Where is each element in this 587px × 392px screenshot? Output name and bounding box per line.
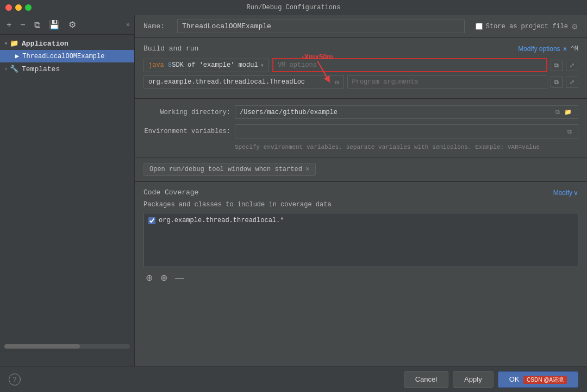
window-controls: [5, 4, 32, 11]
minimize-button[interactable]: [15, 4, 22, 11]
chevron-down-icon: ▾: [260, 61, 264, 69]
sidebar-item-label: ThreadLocalOOMExample: [22, 53, 104, 60]
title-bar: Run/Debug Configurations: [0, 0, 587, 15]
coverage-title: Code Coverage: [143, 188, 198, 197]
application-group-label: Application: [22, 40, 68, 48]
name-input[interactable]: [177, 20, 465, 33]
run-config-icon: ▶: [15, 52, 19, 60]
sidebar-group-application[interactable]: ▾ 📁 Application: [0, 37, 134, 50]
code-coverage-section: Code Coverage Modify ∨ Packages and clas…: [135, 182, 587, 366]
modify-options-label: Modify options: [518, 45, 560, 53]
build-run-title: Build and run: [143, 45, 198, 53]
coverage-modify-button[interactable]: Modify ∨: [553, 189, 578, 197]
add-config-button[interactable]: +: [4, 19, 14, 31]
prog-args-copy-button[interactable]: ⧉: [551, 77, 563, 88]
main-container: + − ⧉ 💾 ⚙ » ▾ 📁 Application ▶ ThreadLoca…: [0, 15, 587, 366]
build-run-header: Build and run Modify options ∧ ⌃M: [143, 45, 578, 53]
sdk-selector[interactable]: java 8 SDK of 'example' modul ▾: [143, 59, 269, 72]
dir-copy-button[interactable]: ⧉: [554, 108, 561, 116]
coverage-item-label: org.example.thread.threadlocal.*: [159, 217, 284, 224]
templates-label: Templates: [22, 65, 60, 73]
coverage-toolbar: ⊕ ⊕ —: [143, 271, 578, 284]
add-sub-coverage-button[interactable]: ⊕: [158, 271, 170, 284]
option-chip-label: Open run/debug tool window when started: [149, 166, 302, 173]
more-button[interactable]: »: [126, 21, 130, 29]
wrench-icon: 🔧: [10, 65, 18, 73]
save-config-button[interactable]: 💾: [47, 18, 62, 31]
shortcut-hint: ⌃M: [571, 45, 578, 53]
close-button[interactable]: [5, 4, 12, 11]
main-class-field[interactable]: org.example.thread.threadlocal.ThreadLoc…: [143, 75, 344, 88]
ok-button[interactable]: OK CSDN @A还境: [498, 371, 578, 388]
gear-button[interactable]: ⚙: [571, 22, 578, 31]
help-button[interactable]: ?: [9, 374, 21, 385]
copy-config-button[interactable]: ⧉: [32, 19, 42, 31]
name-field-label: Name:: [143, 22, 171, 30]
coverage-modify-chevron: ∨: [573, 189, 578, 197]
templates-chevron: ›: [4, 66, 8, 72]
env-vars-expand-button[interactable]: ⧉: [566, 128, 573, 136]
option-chip-close-button[interactable]: ×: [305, 166, 310, 173]
window-title: Run/Debug Configurations: [247, 4, 341, 11]
apply-button[interactable]: Apply: [453, 371, 494, 388]
sidebar-toolbar: + − ⧉ 💾 ⚙ »: [0, 15, 134, 35]
content-panel: Name: Store as project file ⚙ Build and …: [135, 15, 587, 366]
env-vars-row: Environment variables: ⧉: [143, 124, 578, 138]
store-label: Store as project file: [486, 23, 568, 30]
dir-actions: ⧉ 📁: [554, 108, 573, 116]
env-vars-hint: Specify environment variables, separate …: [235, 144, 578, 150]
main-class-value: org.example.thread.threadlocal.ThreadLoc: [148, 78, 333, 86]
sidebar-scrollbar[interactable]: [4, 344, 130, 349]
bottom-bar: ? Cancel Apply OK CSDN @A还境: [0, 366, 587, 392]
env-vars-field[interactable]: ⧉: [235, 124, 578, 138]
csdn-badge: CSDN @A还境: [523, 376, 567, 384]
folder-icon: 📁: [10, 39, 18, 48]
sdk-vm-row: java 8 SDK of 'example' modul ▾ ⧉ ⤢: [143, 58, 578, 72]
coverage-item: org.example.thread.threadlocal.*: [146, 216, 576, 225]
modify-options-button[interactable]: Modify options ∧: [518, 45, 567, 53]
cancel-button[interactable]: Cancel: [404, 371, 448, 388]
sdk-rest: SDK of 'example' modul: [172, 61, 258, 69]
vm-options-copy-button[interactable]: ⧉: [551, 60, 563, 71]
sidebar-templates-group[interactable]: › 🔧 Templates: [0, 62, 134, 75]
working-dir-label: Working directory:: [143, 109, 230, 116]
settings-config-button[interactable]: ⚙: [66, 18, 78, 31]
working-dir-value: /Users/mac/github/example: [240, 109, 552, 116]
java-keyword: java: [148, 61, 164, 69]
modify-options-area: Modify options ∧ ⌃M: [518, 45, 578, 53]
browse-icon[interactable]: ⊡: [335, 79, 339, 86]
sidebar-scrollbar-thumb: [4, 344, 80, 349]
working-dir-field[interactable]: /Users/mac/github/example ⧉ 📁: [235, 105, 578, 119]
name-header: Name: Store as project file ⚙: [135, 15, 587, 38]
coverage-header: Code Coverage Modify ∨: [143, 188, 578, 197]
coverage-item-checkbox[interactable]: [148, 217, 155, 224]
application-chevron: ▾: [4, 40, 8, 47]
prog-args-expand-button[interactable]: ⤢: [566, 77, 578, 88]
coverage-desc: Packages and classes to include in cover…: [143, 201, 578, 208]
coverage-list: org.example.thread.threadlocal.*: [143, 213, 578, 267]
program-arguments-input[interactable]: [347, 75, 548, 88]
sidebar-item-threadlocal[interactable]: ▶ ThreadLocalOOMExample: [0, 50, 134, 62]
remove-config-button[interactable]: −: [18, 19, 27, 31]
store-as-project-area: Store as project file ⚙: [476, 22, 578, 31]
sidebar: + − ⧉ 💾 ⚙ » ▾ 📁 Application ▶ ThreadLoca…: [0, 15, 135, 366]
vm-options-expand-button[interactable]: ⤢: [566, 60, 578, 71]
build-run-section: Build and run Modify options ∧ ⌃M -Xmx50…: [135, 38, 587, 99]
working-dir-section: Working directory: /Users/mac/github/exa…: [135, 99, 587, 157]
remove-coverage-button[interactable]: —: [173, 271, 186, 284]
sidebar-content: ▾ 📁 Application ▶ ThreadLocalOOMExample …: [0, 35, 134, 342]
vm-options-input[interactable]: [272, 58, 547, 72]
store-checkbox[interactable]: [476, 23, 483, 30]
sdk-version: 8: [168, 61, 172, 69]
working-dir-row: Working directory: /Users/mac/github/exa…: [143, 105, 578, 119]
options-section: Open run/debug tool window when started …: [135, 157, 587, 182]
main-class-row: org.example.thread.threadlocal.ThreadLoc…: [143, 75, 578, 88]
bottom-action-buttons: Cancel Apply OK CSDN @A还境: [404, 371, 578, 388]
coverage-modify-label: Modify: [553, 189, 572, 197]
sidebar-footer: [0, 351, 134, 366]
add-coverage-button[interactable]: ⊕: [143, 271, 155, 284]
dir-browse-button[interactable]: 📁: [563, 108, 573, 116]
modify-chevron-icon: ∧: [563, 45, 567, 53]
env-vars-label: Environment variables:: [143, 128, 230, 135]
maximize-button[interactable]: [25, 4, 32, 11]
